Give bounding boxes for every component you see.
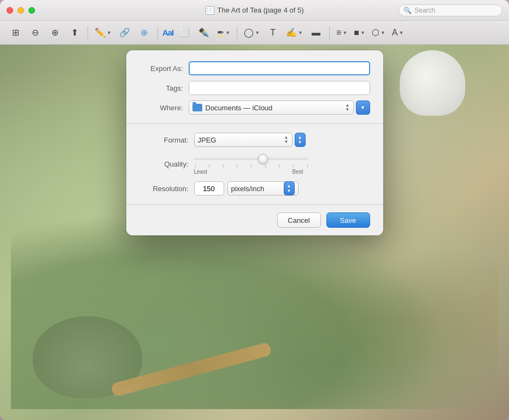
export-as-row: Export As: [139, 61, 370, 75]
toolbar-divider-3 [237, 26, 237, 39]
titlebar: 📄 The Art of Tea (page 4 of 5) 🔍 Search [0, 0, 509, 21]
main-window: 📄 The Art of Tea (page 4 of 5) 🔍 Search … [0, 0, 509, 420]
signature-tool-button[interactable]: ✍ ▼ [284, 24, 305, 42]
stepper-down-icon: ▼ [346, 108, 350, 112]
maximize-button[interactable] [28, 7, 35, 14]
shape-tool-button[interactable]: ◯ ▼ [242, 24, 262, 42]
border-color-button[interactable]: ■ ▼ [352, 24, 367, 42]
tick-9 [307, 164, 308, 168]
quality-least-label: Least [194, 169, 207, 175]
quality-slider-thumb[interactable] [258, 154, 268, 164]
dialog-top-section: Export As: Tags: Where: Documents — iClo… [126, 50, 383, 123]
format-select[interactable]: JPEG ▲ ▼ [194, 133, 292, 147]
tags-label: Tags: [139, 84, 189, 92]
close-button[interactable] [7, 7, 13, 14]
format-label: Format: [139, 136, 194, 144]
cancel-button[interactable]: Cancel [277, 212, 321, 228]
format-stepper-down: ▼ [284, 140, 289, 144]
resolution-label: Resolution: [139, 185, 194, 193]
toolbar-divider-1 [87, 26, 88, 39]
dialog-buttons: Cancel Save [126, 205, 383, 235]
format-stepper-button[interactable]: ▲ ▼ [295, 133, 306, 147]
res-up-icon: ▲ [287, 184, 291, 188]
save-button[interactable]: Save [326, 212, 370, 228]
font-size-icon: AaI [162, 28, 173, 37]
tick-7 [279, 164, 279, 168]
minimize-button[interactable] [17, 7, 24, 14]
where-select-inner: Documents — iCloud [192, 104, 273, 112]
align-tool-button[interactable]: ≡ ▼ [334, 24, 349, 42]
toolbar-divider-4 [329, 26, 330, 39]
resolution-stepper[interactable]: ▲ ▼ [284, 181, 295, 196]
quality-best-label: Best [292, 169, 303, 175]
res-down-icon: ▼ [287, 188, 291, 193]
font-button[interactable]: A ▼ [390, 24, 406, 42]
tags-input[interactable] [189, 81, 370, 95]
window-title: 📄 The Art of Tea (page 4 of 5) [205, 6, 303, 15]
chevron-down-icon: ▼ [360, 105, 365, 110]
document-icon: 📄 [205, 6, 214, 15]
tick-3 [223, 164, 224, 168]
toolbar: ⊞ ⊖ ⊕ ⬆ ✏️ ▼ 🔗 ⊕ AaI ⬜ ✒️ ✒ ▼ ◯ ▼ T ✍ ▼ … [0, 21, 509, 45]
sidebar-toggle-button[interactable]: ⊞ [7, 24, 24, 42]
toolbar-divider-2 [157, 26, 158, 39]
where-label: Where: [139, 104, 189, 112]
fill-color-button[interactable]: ⬡ ▼ [370, 24, 388, 42]
pen-tool-button[interactable]: ✏️ ▼ [92, 24, 114, 42]
resolution-unit-select[interactable]: pixels/inch ▲ ▼ [227, 181, 299, 196]
dialog-bottom-section: Format: JPEG ▲ ▼ ▲ ▼ [126, 124, 383, 204]
tick-8 [293, 164, 294, 168]
down-arrow-icon: ▼ [298, 140, 302, 145]
search-input[interactable]: 🔍 Search [399, 4, 502, 16]
selection-tool-button[interactable]: ⬜ [175, 24, 193, 42]
redact-tool-button[interactable]: ▬ [307, 24, 325, 42]
where-select[interactable]: Documents — iCloud ▲ ▼ [189, 100, 354, 115]
quality-slider-track [194, 158, 309, 160]
link-button[interactable]: 🔗 [116, 24, 133, 42]
resolution-row: Resolution: pixels/inch ▲ ▼ [139, 181, 370, 196]
draw-tool-button[interactable]: ✒️ [195, 24, 213, 42]
quality-label: Quality: [139, 160, 194, 168]
quality-row: Quality: [139, 153, 370, 175]
tags-row: Tags: [139, 81, 370, 95]
zoom-out-button[interactable]: ⊖ [26, 24, 44, 42]
tick-4 [237, 164, 237, 168]
share-button[interactable]: ⬆ [66, 24, 83, 42]
location-button[interactable]: ⊕ [136, 24, 153, 42]
text-tool-button[interactable]: T [264, 24, 282, 42]
resolution-input[interactable] [194, 181, 224, 196]
slider-ticks [194, 164, 309, 168]
expand-location-button[interactable]: ▼ [356, 100, 370, 115]
quality-labels: Least Best [194, 169, 303, 175]
format-row: Format: JPEG ▲ ▼ ▲ ▼ [139, 133, 370, 147]
tick-6 [265, 164, 266, 168]
dialog-overlay: Export As: Tags: Where: Documents — iClo… [0, 45, 509, 420]
tick-5 [251, 164, 251, 168]
traffic-lights [7, 7, 35, 14]
where-row: Where: Documents — iCloud ▲ ▼ [139, 100, 370, 115]
zoom-in-button[interactable]: ⊕ [46, 24, 63, 42]
main-content: Export As: Tags: Where: Documents — iClo… [0, 45, 509, 420]
highlight-tool-button[interactable]: ✒ ▼ [215, 24, 232, 42]
export-as-input[interactable] [189, 61, 370, 75]
folder-icon [192, 104, 202, 111]
search-icon: 🔍 [403, 7, 412, 14]
titlebar-right: 🔍 Search [399, 4, 502, 16]
tick-2 [209, 164, 209, 168]
export-dialog: Export As: Tags: Where: Documents — iClo… [126, 50, 383, 235]
tick-1 [195, 164, 196, 168]
up-arrow-icon: ▲ [298, 135, 302, 140]
export-as-label: Export As: [139, 64, 189, 73]
